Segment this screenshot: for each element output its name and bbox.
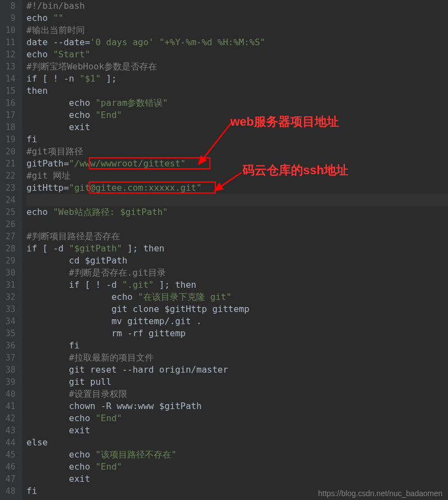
code-line[interactable]: git pull bbox=[26, 376, 448, 388]
code-line[interactable]: #判断宝塔WebHook参数是否存在 bbox=[26, 61, 448, 73]
token-txt: fi bbox=[26, 133, 37, 146]
code-line[interactable]: cd $gitPath bbox=[26, 255, 448, 267]
line-number: 32 bbox=[4, 291, 15, 303]
token-txt: else bbox=[26, 437, 48, 449]
token-str: "End" bbox=[95, 412, 122, 424]
code-line[interactable]: if [ -d "$gitPath" ]; then bbox=[26, 243, 448, 255]
code-line[interactable]: git clone $gitHttp gittemp bbox=[26, 303, 448, 315]
token-txt: if [ ! -n bbox=[26, 73, 79, 85]
code-line[interactable]: fi bbox=[26, 340, 448, 352]
line-number: 14 bbox=[4, 73, 15, 85]
code-line[interactable]: echo "End" bbox=[26, 412, 448, 424]
token-txt: echo bbox=[26, 206, 53, 218]
token-txt: mv gittemp/.git . bbox=[26, 315, 202, 327]
code-area[interactable]: #!/bin/bashecho ""#输出当前时间date --date='0 … bbox=[22, 0, 448, 500]
token-cmt: #git项目路径 bbox=[26, 146, 83, 158]
line-number: 18 bbox=[4, 121, 15, 133]
token-str: "Web站点路径: $gitPath" bbox=[53, 206, 168, 218]
line-number: 20 bbox=[4, 146, 15, 158]
code-line[interactable]: gitPath="/www/wwwroot/gittest" bbox=[26, 158, 448, 170]
line-number: 47 bbox=[4, 473, 15, 485]
watermark: https://blog.csdn.net/nuc_badaomen bbox=[318, 489, 442, 498]
line-number: 48 bbox=[4, 485, 15, 497]
code-line[interactable]: rm -rf gittemp bbox=[26, 327, 448, 340]
token-str: "Start" bbox=[53, 49, 90, 61]
token-txt: ]; then bbox=[154, 279, 196, 291]
code-line[interactable]: #输出当前时间 bbox=[26, 24, 448, 36]
token-cmt: #设置目录权限 bbox=[69, 388, 127, 400]
token-txt: exit bbox=[26, 121, 90, 133]
code-line[interactable]: exit bbox=[26, 473, 448, 485]
code-line[interactable]: echo "End" bbox=[26, 109, 448, 121]
token-cmt: #git 网址 bbox=[26, 170, 71, 182]
line-number: 37 bbox=[4, 352, 15, 364]
code-line[interactable]: if [ ! -d ".git" ]; then bbox=[26, 279, 448, 291]
code-line[interactable]: date --date='0 days ago' "+%Y-%m-%d %H:%… bbox=[26, 36, 448, 49]
token-txt: echo bbox=[26, 412, 95, 424]
token-str: "在该目录下克隆 git" bbox=[138, 291, 231, 303]
token-txt bbox=[154, 36, 159, 49]
token-str: "$gitPath" bbox=[69, 243, 122, 255]
code-line[interactable]: else bbox=[26, 437, 448, 449]
line-number: 12 bbox=[4, 49, 15, 61]
line-number: 23 bbox=[4, 182, 15, 194]
token-str: "End" bbox=[95, 461, 122, 473]
token-txt: echo bbox=[26, 109, 95, 121]
code-line[interactable]: #拉取最新的项目文件 bbox=[26, 352, 448, 364]
code-line[interactable]: exit bbox=[26, 424, 448, 437]
code-line[interactable] bbox=[26, 194, 448, 206]
line-number: 11 bbox=[4, 36, 15, 49]
line-number: 35 bbox=[4, 327, 15, 340]
code-line[interactable]: #git项目路径 bbox=[26, 146, 448, 158]
code-line[interactable]: git reset --hard origin/master bbox=[26, 364, 448, 376]
code-line[interactable]: mv gittemp/.git . bbox=[26, 315, 448, 327]
code-line[interactable]: #设置目录权限 bbox=[26, 388, 448, 400]
token-txt: ]; bbox=[101, 73, 117, 85]
token-cmt: #判断是否存在.git目录 bbox=[69, 267, 166, 279]
token-str: "git@gitee.com:xxxxx.git" bbox=[69, 182, 202, 194]
code-line[interactable]: echo "在该目录下克隆 git" bbox=[26, 291, 448, 303]
line-number: 27 bbox=[4, 230, 15, 243]
line-number: 29 bbox=[4, 255, 15, 267]
line-number: 31 bbox=[4, 279, 15, 291]
token-txt bbox=[26, 388, 69, 400]
token-txt: fi bbox=[26, 485, 37, 497]
line-number: 8 bbox=[4, 0, 15, 12]
code-line[interactable]: echo "Web站点路径: $gitPath" bbox=[26, 206, 448, 218]
code-line[interactable]: echo "" bbox=[26, 12, 448, 24]
code-line[interactable]: exit bbox=[26, 121, 448, 133]
code-line[interactable]: echo "param参数错误" bbox=[26, 97, 448, 109]
code-line[interactable]: #git 网址 bbox=[26, 170, 448, 182]
line-number: 25 bbox=[4, 206, 15, 218]
token-str: "param参数错误" bbox=[95, 97, 168, 109]
code-line[interactable]: #判断项目路径是否存在 bbox=[26, 230, 448, 243]
line-number: 15 bbox=[4, 85, 15, 97]
code-line[interactable]: chown -R www:www $gitPath bbox=[26, 400, 448, 412]
code-line[interactable]: echo "Start" bbox=[26, 49, 448, 61]
code-line[interactable]: gitHttp="git@gitee.com:xxxxx.git" bbox=[26, 182, 448, 194]
token-txt: echo bbox=[26, 12, 53, 24]
token-str: "End" bbox=[95, 109, 122, 121]
token-txt: gitHttp= bbox=[26, 182, 69, 194]
token-txt: rm -rf gittemp bbox=[26, 327, 186, 340]
token-txt: exit bbox=[26, 473, 90, 485]
token-txt: echo bbox=[26, 449, 95, 461]
token-txt: chown -R www:www $gitPath bbox=[26, 400, 202, 412]
token-cmt: #拉取最新的项目文件 bbox=[69, 352, 154, 364]
line-number: 43 bbox=[4, 424, 15, 437]
line-number: 41 bbox=[4, 400, 15, 412]
code-line[interactable] bbox=[26, 218, 448, 230]
line-number: 10 bbox=[4, 24, 15, 36]
token-txt: echo bbox=[26, 461, 95, 473]
code-line[interactable]: fi bbox=[26, 133, 448, 146]
code-line[interactable]: if [ ! -n "$1" ]; bbox=[26, 73, 448, 85]
code-line[interactable]: then bbox=[26, 85, 448, 97]
code-line[interactable]: echo "该项目路径不存在" bbox=[26, 449, 448, 461]
code-line[interactable]: #!/bin/bash bbox=[26, 0, 448, 12]
token-str: "+%Y-%m-%d %H:%M:%S" bbox=[159, 36, 266, 49]
line-number: 26 bbox=[4, 218, 15, 230]
code-line[interactable]: #判断是否存在.git目录 bbox=[26, 267, 448, 279]
token-str: '0 days ago' bbox=[90, 36, 154, 49]
code-line[interactable]: echo "End" bbox=[26, 461, 448, 473]
token-txt: echo bbox=[26, 97, 95, 109]
